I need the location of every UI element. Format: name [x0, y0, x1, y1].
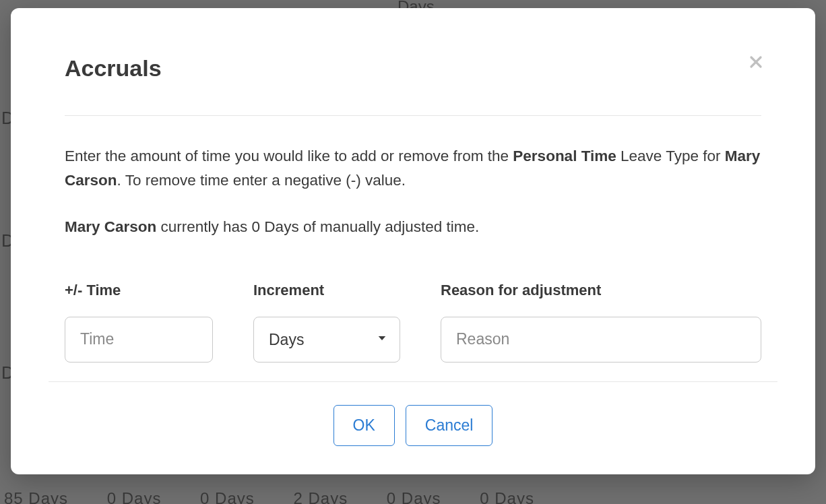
- ok-button[interactable]: OK: [333, 405, 395, 446]
- time-input[interactable]: [65, 317, 213, 363]
- time-label: +/- Time: [65, 282, 213, 299]
- close-button[interactable]: [745, 51, 767, 75]
- form-row: +/- Time Increment Days: [65, 282, 761, 381]
- cancel-button[interactable]: Cancel: [406, 405, 493, 446]
- modal-description: Enter the amount of time you would like …: [65, 144, 761, 193]
- modal-body: Enter the amount of time you would like …: [65, 116, 761, 381]
- reason-input[interactable]: [441, 317, 761, 363]
- modal-header: Accruals: [65, 55, 761, 116]
- increment-select[interactable]: Days: [253, 317, 400, 363]
- increment-field-group: Increment Days: [253, 282, 400, 363]
- current-balance-info: Mary Carson currently has 0 Days of manu…: [65, 216, 761, 239]
- increment-label: Increment: [253, 282, 400, 299]
- time-field-group: +/- Time: [65, 282, 213, 363]
- bg-data-row: 85 Days 0 Days 0 Days 2 Days 0 Days 0 Da…: [0, 489, 826, 504]
- reason-label: Reason for adjustment: [441, 282, 761, 299]
- close-icon: [748, 62, 764, 72]
- modal-footer: OK Cancel: [49, 381, 777, 455]
- accruals-modal: Accruals Enter the amount of time you wo…: [11, 8, 815, 474]
- modal-title: Accruals: [65, 55, 162, 82]
- reason-field-group: Reason for adjustment: [441, 282, 761, 363]
